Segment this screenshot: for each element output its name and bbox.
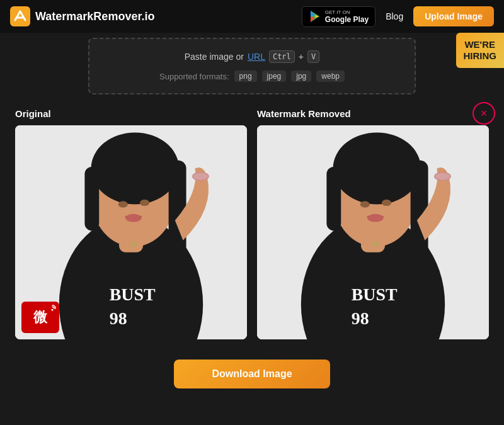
svg-point-14 [193,173,209,181]
upload-image-button[interactable]: Upload Image [413,6,494,26]
logo-icon [10,6,30,26]
svg-point-17 [125,214,141,222]
svg-text:98: 98 [110,309,127,328]
svg-text:BUST: BUST [110,285,156,304]
images-row: BUST 98 微 [15,125,489,339]
header-right: GET IT ON Google Play Blog Upload Image [302,6,494,27]
svg-rect-0 [10,6,30,26]
blog-link[interactable]: Blog [386,11,403,21]
logo-area: WatermarkRemover.io [10,6,154,26]
svg-point-29 [435,173,450,181]
v-key: V [307,50,319,63]
removed-label: Watermark Removed [247,99,489,125]
google-play-badge[interactable]: GET IT ON Google Play [302,6,375,27]
paste-text: Paste image or [185,52,244,62]
download-section: Download Image [0,349,504,394]
format-jpg: jpg [291,71,311,82]
upload-area[interactable]: Paste image or URL Ctrl + V Supported fo… [88,38,416,94]
svg-point-24 [333,132,421,204]
removed-image-panel: BUST 98 [257,125,489,339]
gplay-text: GET IT ON Google Play [325,9,369,24]
removed-image-canvas: BUST 98 [257,125,489,339]
gplay-small-text: GET IT ON [325,9,369,15]
svg-point-16 [140,200,149,206]
svg-rect-10 [169,161,186,256]
download-button[interactable]: Download Image [174,360,329,388]
logo-text: WatermarkRemover.io [35,10,154,23]
svg-text:98: 98 [352,309,369,328]
svg-point-9 [91,132,180,204]
svg-rect-11 [84,167,99,231]
svg-rect-25 [411,161,428,256]
svg-point-33 [372,241,379,247]
close-button[interactable]: × [472,102,495,125]
paste-row: Paste image or URL Ctrl + V [101,50,403,63]
formats-label: Supported formats: [159,72,229,81]
original-label: Original [15,99,247,125]
comparison-header: Original Watermark Removed [15,99,489,125]
svg-point-18 [130,241,137,247]
format-webp: webp [316,71,345,82]
removed-person-svg: BUST 98 [257,125,489,339]
svg-point-31 [382,200,391,206]
svg-text:BUST: BUST [352,285,398,304]
hiring-line2: HIRING [464,50,497,62]
svg-point-32 [367,214,383,222]
format-jpeg: jpeg [262,71,287,82]
weibo-wifi-icon [48,304,57,313]
gplay-big-text: Google Play [325,15,369,24]
hiring-badge[interactable]: WE'RE HIRING [456,33,505,68]
original-image-canvas: BUST 98 微 [15,125,247,339]
svg-rect-26 [326,167,341,231]
watermark-overlay: 微 [21,302,59,333]
google-play-icon [309,10,321,23]
formats-row: Supported formats: png jpeg jpg webp [101,71,403,82]
format-png: png [234,71,257,82]
hiring-line1: WE'RE [464,39,497,50]
svg-point-15 [118,201,128,208]
header: WatermarkRemover.io GET IT ON Google Pla… [0,0,504,33]
plus-sign: + [299,52,304,62]
comparison-area: Original Watermark Removed [5,99,499,349]
original-image-panel: BUST 98 微 [15,125,247,339]
svg-point-30 [360,201,370,208]
url-link[interactable]: URL [248,52,265,62]
weibo-icon: 微 [33,308,47,327]
ctrl-key: Ctrl [269,50,295,63]
svg-point-19 [52,309,54,311]
